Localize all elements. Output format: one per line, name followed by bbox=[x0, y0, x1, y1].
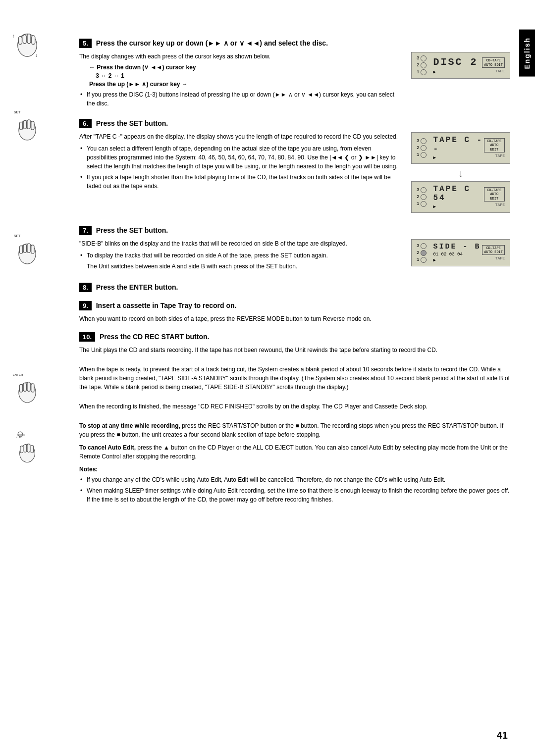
svg-rect-2 bbox=[19, 37, 22, 45]
section-5-bullet1: If you press the DISC (1-3) buttons inst… bbox=[79, 90, 401, 108]
section-10-bold-para1: To stop at any time while recording, pre… bbox=[79, 421, 510, 439]
svg-rect-29 bbox=[24, 445, 27, 452]
bold-cancel-text: press the ▲ button on the CD Player or t… bbox=[79, 444, 508, 460]
note-2: When making SLEEP timer settings while d… bbox=[79, 486, 510, 504]
svg-rect-24 bbox=[31, 384, 34, 392]
page-number: 41 bbox=[497, 730, 508, 741]
section-7-header: 7. Press the SET button. bbox=[79, 226, 510, 235]
lcd-disc-display: 3 2 1 bbox=[411, 52, 510, 79]
svg-text:SET: SET bbox=[14, 234, 21, 238]
section-5-title: Press the cursor key up or down (►► ∧ or… bbox=[96, 39, 328, 47]
icon-section6: SET bbox=[10, 109, 45, 145]
section-10-body3: When the recording is finished, the mess… bbox=[79, 402, 510, 411]
icon-section10: CD REC START bbox=[10, 431, 45, 467]
tab-label: English bbox=[523, 37, 531, 69]
svg-rect-15 bbox=[23, 244, 26, 252]
svg-rect-17 bbox=[27, 244, 30, 253]
arrow-up-label: Press the up (►► ∧) cursor key → bbox=[89, 81, 401, 88]
section-8-title: Press the ENTER button. bbox=[96, 283, 178, 291]
section-7-body: "SIDE-B" blinks on the display and the t… bbox=[79, 239, 401, 248]
lcd-disc-text: DISC 2 bbox=[433, 56, 478, 68]
bold-stop-label: To stop at any time while recording, bbox=[79, 422, 180, 429]
notes-section: Notes: If you change any of the CD's whi… bbox=[79, 466, 510, 504]
section-5-body: The display changes with each press of t… bbox=[79, 52, 401, 61]
lcd-tape-text2: TAPE C 54 bbox=[433, 185, 483, 202]
section-10-body2: When the tape is ready, to prevent the s… bbox=[79, 365, 510, 392]
lcd-side-text: SIDE - B bbox=[433, 243, 481, 251]
svg-rect-4 bbox=[32, 36, 35, 45]
section-7-title: Press the SET button. bbox=[96, 226, 168, 234]
section-5-number: 5. bbox=[79, 39, 92, 48]
svg-text:START: START bbox=[16, 436, 23, 439]
icon-section8: ENTER bbox=[10, 371, 45, 407]
svg-text:ENTER: ENTER bbox=[12, 373, 23, 376]
section-10-header: 10. Press the CD REC START button. bbox=[79, 332, 510, 342]
svg-rect-3 bbox=[27, 34, 31, 44]
section-9: 9. Insert a cassette in Tape Tray to rec… bbox=[79, 301, 510, 323]
section-7: 7. Press the SET button. "SIDE-B" blinks… bbox=[79, 226, 510, 274]
section-7-bullet1: To display the tracks that will be recor… bbox=[79, 251, 401, 260]
section-8-number: 8. bbox=[79, 283, 92, 292]
section-6: 6. Press the SET button. After "TAPE C -… bbox=[79, 119, 510, 217]
english-tab: English bbox=[519, 30, 535, 77]
svg-rect-21 bbox=[23, 383, 26, 391]
section-5: 5. Press the cursor key up or down (►► ∧… bbox=[79, 39, 510, 110]
svg-rect-22 bbox=[19, 384, 22, 392]
svg-rect-10 bbox=[19, 122, 22, 130]
svg-rect-30 bbox=[20, 446, 23, 453]
svg-text:SET: SET bbox=[14, 110, 21, 114]
svg-rect-1 bbox=[23, 35, 26, 44]
section-10-number: 10. bbox=[79, 332, 95, 342]
section-9-body: When you want to record on both sides of… bbox=[79, 314, 510, 323]
lcd-side-display: 3 2 1 bbox=[411, 239, 510, 266]
section-6-body: After "TAPE C -" appears on the display,… bbox=[79, 132, 401, 141]
svg-rect-9 bbox=[23, 120, 26, 129]
svg-rect-12 bbox=[31, 121, 34, 130]
svg-rect-11 bbox=[27, 120, 30, 129]
section-10-title: Press the CD REC START button. bbox=[100, 333, 209, 341]
section-9-number: 9. bbox=[79, 301, 92, 310]
svg-text:↑: ↑ bbox=[12, 33, 14, 39]
section-6-bullet2: If you pick a tape length shorter than t… bbox=[79, 173, 401, 191]
svg-rect-16 bbox=[19, 246, 22, 253]
svg-text:CD REC: CD REC bbox=[17, 434, 25, 436]
notes-header: Notes: bbox=[79, 466, 510, 473]
svg-rect-18 bbox=[31, 245, 34, 253]
lcd-tape-display1: 3 2 1 bbox=[411, 132, 510, 164]
section-10-bold-para2: To cancel Auto Edit, press the ▲ button … bbox=[79, 443, 510, 461]
note-1: If you change any of the CD's while usin… bbox=[79, 475, 510, 484]
section-6-bullet1: You can select a different length of tap… bbox=[79, 144, 401, 171]
lcd-tape-display2: 3 2 1 bbox=[411, 181, 510, 213]
svg-rect-23 bbox=[27, 382, 30, 392]
section-10: 10. Press the CD REC START button. The U… bbox=[79, 332, 510, 504]
icon-section7: SET bbox=[10, 233, 45, 269]
section-9-title: Insert a cassette in Tape Tray to record… bbox=[96, 302, 237, 309]
section-9-header: 9. Insert a cassette in Tape Tray to rec… bbox=[79, 301, 510, 310]
svg-rect-32 bbox=[31, 445, 34, 453]
arrow-down-sequence: 3 ↔ 2 ↔ 1 bbox=[89, 72, 401, 79]
svg-rect-31 bbox=[27, 444, 30, 453]
section-7-number: 7. bbox=[79, 226, 92, 235]
svg-text:↓: ↓ bbox=[35, 52, 38, 58]
lcd-tape-text1: TAPE C -- bbox=[433, 136, 483, 153]
section-8-header: 8. Press the ENTER button. bbox=[79, 283, 510, 292]
section-6-title: Press the SET button. bbox=[96, 119, 168, 127]
section-8: 8. Press the ENTER button. bbox=[79, 283, 510, 292]
bold-cancel-label: To cancel Auto Edit, bbox=[79, 444, 136, 451]
arrow-down-label: ← Press the down (∨ ◄◄) cursor key bbox=[89, 64, 401, 71]
section-7-bullet2: The Unit switches between side A and sid… bbox=[79, 262, 401, 271]
section-5-header: 5. Press the cursor key up or down (►► ∧… bbox=[79, 39, 510, 48]
section-6-number: 6. bbox=[79, 119, 92, 128]
section-6-header: 6. Press the SET button. bbox=[79, 119, 510, 128]
section-10-body1: The Unit plays the CD and starts recordi… bbox=[79, 346, 510, 354]
icon-section5: ↑ ↓ bbox=[10, 29, 45, 65]
